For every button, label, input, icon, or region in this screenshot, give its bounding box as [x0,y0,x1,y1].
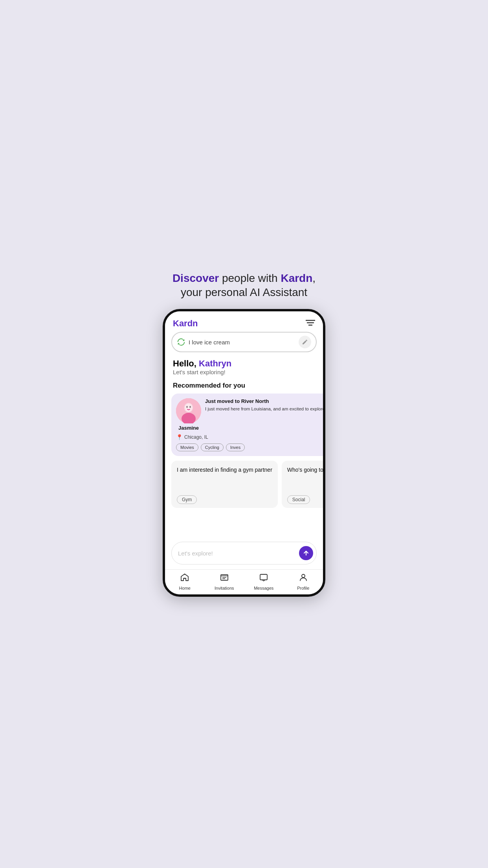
interest-card-gym[interactable]: I am interested in finding a gym partner… [171,461,278,508]
recommended-title: Recommended for you [165,379,323,394]
svg-point-6 [185,404,192,412]
nav-item-home[interactable]: Home [165,573,205,590]
person-name-jasmine: Jasmine [178,425,199,431]
tag-inves: Inves [226,443,245,451]
person-card-jasmine[interactable]: Jasmine Just moved to River North I just… [171,394,323,456]
nav-item-messages[interactable]: Messages [244,573,284,590]
nav-label-profile: Profile [297,586,309,590]
tag-cycling: Cycling [201,443,224,451]
headline-kardn: Kardn [281,272,312,284]
interest-cards-scroll[interactable]: I am interested in finding a gym partner… [165,461,323,513]
avatar-jasmine [176,398,201,423]
edit-icon[interactable] [299,336,311,348]
home-icon [180,573,189,585]
svg-point-7 [186,406,188,408]
greeting-section: Hello, Kathryn Let's start exploring! [165,357,323,379]
headline-middle: people with [219,272,281,284]
jasmine-bio: I just moved here from Louisiana, and am… [205,406,323,412]
jasmine-tags: Movies Cycling Inves [176,443,323,451]
page-headline: Discover people with Kardn,your personal… [163,271,325,300]
invitations-icon [220,573,229,585]
profile-icon [299,573,308,585]
interest-tag-gym: Gym [177,495,197,504]
top-bar: Kardn [165,311,323,332]
search-bar[interactable]: I love ice cream [171,332,317,352]
app-logo: Kardn [173,318,198,329]
people-cards-scroll[interactable]: Jasmine Just moved to River North I just… [165,394,323,461]
explore-input-bar[interactable]: Let's explore! [171,542,317,565]
send-button[interactable] [299,546,313,560]
interest-text-social: Who's going to the superhero convention? [287,466,323,491]
svg-point-8 [189,406,191,408]
person-info-jasmine: Just moved to River North I just moved h… [205,398,323,412]
nav-item-profile[interactable]: Profile [284,573,323,590]
nav-label-messages: Messages [254,586,273,590]
headline-discover: Discover [172,272,219,284]
interest-card-social[interactable]: Who's going to the superhero convention?… [282,461,323,508]
bottom-nav: Home Invitations [165,569,323,594]
interest-tag-social: Social [287,495,310,504]
filter-icon[interactable] [306,319,315,328]
person-card-jasmine-header: Jasmine Just moved to River North I just… [176,398,323,431]
nav-label-home: Home [179,586,191,590]
refresh-icon [177,338,185,346]
nav-item-invitations[interactable]: Invitations [205,573,244,590]
greeting-hello: Hello, Kathryn [173,359,315,369]
nav-label-invitations: Invitations [215,586,234,590]
jasmine-location: 📍 Chicago, IL [176,434,323,440]
greeting-subtitle: Let's start exploring! [173,369,315,375]
svg-point-21 [302,574,305,577]
tag-movies: Movies [176,443,198,451]
search-current-value: I love ice cream [189,339,299,346]
phone-frame: Kardn I love ice [163,309,325,597]
interest-text-gym: I am interested in finding a gym partner [177,466,272,491]
spacer [165,513,323,539]
svg-point-15 [184,578,185,579]
svg-rect-20 [260,574,267,580]
jasmine-title: Just moved to River North [205,398,323,404]
location-pin-icon: 📍 [176,434,183,440]
explore-placeholder[interactable]: Let's explore! [178,550,299,557]
phone-inner: Kardn I love ice [165,311,323,594]
messages-icon [259,573,268,585]
interest-tag-row-social: Social [287,495,323,504]
interest-tag-row-gym: Gym [177,495,272,504]
